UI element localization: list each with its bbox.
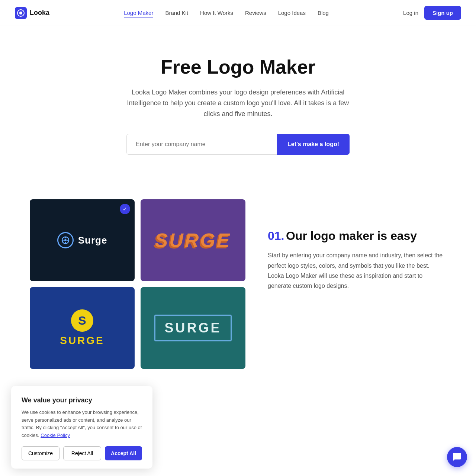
signup-button[interactable]: Sign up (424, 6, 461, 20)
logo-link[interactable]: Looka (15, 7, 49, 19)
nav-link-how-it-works[interactable]: How It Works (200, 10, 233, 16)
make-logo-button[interactable]: Let's make a logo! (277, 134, 350, 155)
surge-label-dark: Surge (78, 235, 107, 246)
feature-heading: 01. Our logo maker is easy (268, 229, 446, 243)
company-name-input[interactable] (126, 134, 277, 155)
nav-link-logo-ideas[interactable]: Logo Ideas (278, 10, 306, 16)
section-description: Start by entering your company name and … (268, 250, 446, 291)
nav-auth: Log in Sign up (403, 6, 461, 20)
svg-point-1 (19, 12, 22, 15)
hero-description: Looka Logo Maker combines your logo desi… (123, 87, 353, 119)
selected-badge: ✓ (120, 204, 130, 214)
logo-text: Looka (30, 9, 49, 17)
logo-card-purple[interactable]: SURGE (141, 199, 245, 281)
nav-links: Logo Maker Brand Kit How It Works Review… (124, 10, 329, 16)
surge-label-teal: SURGE (164, 320, 221, 335)
hero-section: Free Logo Maker Looka Logo Maker combine… (0, 26, 476, 177)
nav-link-brand-kit[interactable]: Brand Kit (165, 10, 188, 16)
feature-section: ✓ Surge SURGE (15, 177, 461, 391)
login-button[interactable]: Log in (403, 10, 418, 16)
section-number: 01. (268, 229, 284, 242)
surge-logo-blue: S SURGE (60, 309, 104, 347)
hero-heading: Free Logo Maker (15, 56, 461, 78)
logo-card-blue[interactable]: S SURGE (30, 287, 135, 369)
surge-box-teal: SURGE (154, 315, 231, 341)
surge-icon (57, 232, 74, 248)
nav-link-blog[interactable]: Blog (318, 10, 329, 16)
nav-link-reviews[interactable]: Reviews (245, 10, 266, 16)
nav-link-logo-maker[interactable]: Logo Maker (124, 10, 153, 17)
logo-examples-grid: ✓ Surge SURGE (30, 199, 245, 369)
section-title: Our logo maker is easy (286, 229, 417, 242)
logo-card-dark[interactable]: ✓ Surge (30, 199, 135, 281)
surge-s-icon: S (71, 309, 93, 332)
surge-label-blue: SURGE (60, 335, 104, 347)
hero-form: Let's make a logo! (126, 134, 350, 155)
surge-logo-dark: Surge (57, 232, 107, 248)
svg-point-3 (64, 239, 67, 241)
surge-label-purple: SURGE (155, 229, 231, 251)
logo-icon (15, 7, 27, 19)
navbar: Looka Logo Maker Brand Kit How It Works … (0, 0, 476, 26)
cookie-banner: We value your privacy We use cookies to … (11, 386, 152, 392)
logo-card-teal[interactable]: SURGE (141, 287, 245, 369)
feature-description: 01. Our logo maker is easy Start by ente… (268, 199, 446, 291)
